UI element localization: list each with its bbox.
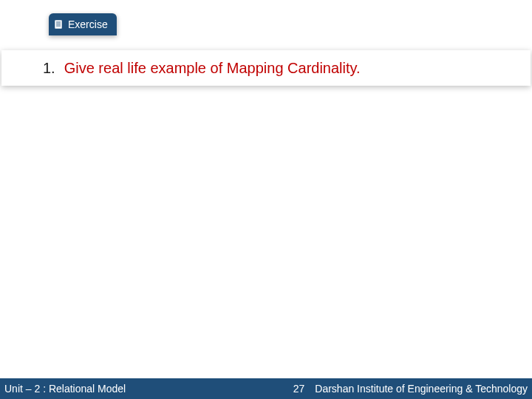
footer-institute: Darshan Institute of Engineering & Techn… xyxy=(315,383,532,395)
footer-unit: Unit – 2 : Relational Model xyxy=(0,383,126,395)
question-text: Give real life example of Mapping Cardin… xyxy=(64,60,361,77)
slide: Exercise 1. Give real life example of Ma… xyxy=(0,0,532,399)
section-tab: Exercise xyxy=(49,13,117,35)
document-list-icon xyxy=(53,19,64,30)
footer: Unit – 2 : Relational Model 27 Darshan I… xyxy=(0,378,532,399)
question-bar: 1. Give real life example of Mapping Car… xyxy=(1,50,531,86)
question-number: 1. xyxy=(43,60,55,77)
footer-page-number: 27 xyxy=(283,383,316,395)
section-tab-label: Exercise xyxy=(68,18,108,30)
